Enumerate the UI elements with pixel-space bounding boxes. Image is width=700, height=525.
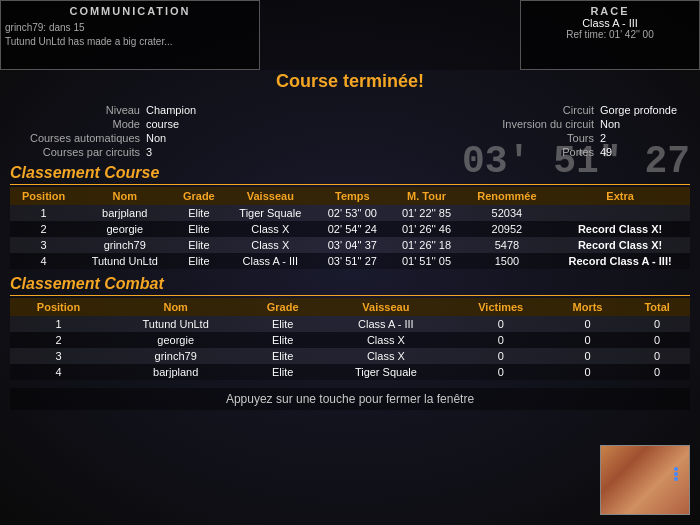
row3-temps: 03' 04'' 37 xyxy=(315,237,389,253)
row2-grade: Elite xyxy=(172,221,225,237)
courses-auto-label: Courses automatiques xyxy=(20,132,140,144)
race-panel: RACE Class A - III Ref time: 01' 42'' 00 xyxy=(520,0,700,70)
crow2-victimes: 0 xyxy=(451,332,551,348)
comm-title: COMMUNICATION xyxy=(5,5,255,17)
combat-col-vaisseau: Vaisseau xyxy=(321,298,451,316)
crow4-vaisseau: Tiger Squale xyxy=(321,364,451,380)
main-content: Course terminée! Niveau Champion Mode co… xyxy=(10,65,690,410)
row1-nom: barjpland xyxy=(77,205,172,221)
row4-pos: 4 xyxy=(10,253,77,269)
course-section-title: Classement Course xyxy=(10,164,690,185)
row1-grade: Elite xyxy=(172,205,225,221)
inversion-label: Inversion du circuit xyxy=(474,118,594,130)
combat-table-body: 1 Tutund UnLtd Elite Class A - III 0 0 0… xyxy=(10,316,690,380)
row2-extra: Record Class X! xyxy=(550,221,690,237)
table-row: 3 grinch79 Elite Class X 03' 04'' 37 01'… xyxy=(10,237,690,253)
crow3-grade: Elite xyxy=(244,348,321,364)
combat-header-row: Position Nom Grade Vaisseau Victimes Mor… xyxy=(10,298,690,316)
race-class: Class A - III xyxy=(525,17,695,29)
row3-vaisseau: Class X xyxy=(225,237,315,253)
course-header-row: Position Nom Grade Vaisseau Temps M. Tou… xyxy=(10,187,690,205)
course-col-grade: Grade xyxy=(172,187,225,205)
portes-value: 49 xyxy=(600,146,680,158)
courses-circuits-value: 3 xyxy=(146,146,226,158)
row3-pos: 3 xyxy=(10,237,77,253)
row3-grade: Elite xyxy=(172,237,225,253)
info-niveau: Niveau Champion xyxy=(20,104,226,116)
info-right: Circuit Gorge profonde Inversion du circ… xyxy=(474,104,680,158)
crow2-nom: georgie xyxy=(107,332,244,348)
combat-col-morts: Morts xyxy=(551,298,625,316)
row3-mtour: 01' 26'' 18 xyxy=(389,237,463,253)
combat-col-total: Total xyxy=(624,298,690,316)
crow2-vaisseau: Class X xyxy=(321,332,451,348)
race-complete-header: Course terminée! xyxy=(10,65,690,98)
row2-temps: 02' 54'' 24 xyxy=(315,221,389,237)
crow4-morts: 0 xyxy=(551,364,625,380)
info-courses-auto: Courses automatiques Non xyxy=(20,132,226,144)
crow3-vaisseau: Class X xyxy=(321,348,451,364)
combat-table: Position Nom Grade Vaisseau Victimes Mor… xyxy=(10,298,690,380)
course-table: Position Nom Grade Vaisseau Temps M. Tou… xyxy=(10,187,690,269)
mode-value: course xyxy=(146,118,226,130)
row4-mtour: 01' 51'' 05 xyxy=(389,253,463,269)
niveau-value: Champion xyxy=(146,104,226,116)
circuit-label: Circuit xyxy=(474,104,594,116)
info-section: Niveau Champion Mode course Courses auto… xyxy=(10,104,690,158)
circuit-value: Gorge profonde xyxy=(600,104,680,116)
crow1-total: 0 xyxy=(624,316,690,332)
mode-label: Mode xyxy=(20,118,140,130)
row1-extra xyxy=(550,205,690,221)
combat-col-victimes: Victimes xyxy=(451,298,551,316)
row1-mtour: 01' 22'' 85 xyxy=(389,205,463,221)
top-spacer xyxy=(260,0,520,70)
crow4-nom: barjpland xyxy=(107,364,244,380)
info-tours: Tours 2 xyxy=(474,132,680,144)
minimap-dot xyxy=(674,472,678,476)
row1-vaisseau: Tiger Squale xyxy=(225,205,315,221)
course-col-nom: Nom xyxy=(77,187,172,205)
info-courses-circuits: Courses par circuits 3 xyxy=(20,146,226,158)
crow3-morts: 0 xyxy=(551,348,625,364)
crow1-vaisseau: Class A - III xyxy=(321,316,451,332)
table-row: 4 barjpland Elite Tiger Squale 0 0 0 xyxy=(10,364,690,380)
combat-section-title: Classement Combat xyxy=(10,275,690,296)
course-table-header: Position Nom Grade Vaisseau Temps M. Tou… xyxy=(10,187,690,205)
info-portes: Portes 49 xyxy=(474,146,680,158)
crow2-grade: Elite xyxy=(244,332,321,348)
combat-col-position: Position xyxy=(10,298,107,316)
info-mode: Mode course xyxy=(20,118,226,130)
minimap-dot xyxy=(674,467,678,471)
row2-renommee: 20952 xyxy=(464,221,551,237)
row3-renommee: 5478 xyxy=(464,237,551,253)
row4-temps: 03' 51'' 27 xyxy=(315,253,389,269)
course-col-extra: Extra xyxy=(550,187,690,205)
crow4-grade: Elite xyxy=(244,364,321,380)
crow1-nom: Tutund UnLtd xyxy=(107,316,244,332)
table-row: 4 Tutund UnLtd Elite Class A - III 03' 5… xyxy=(10,253,690,269)
row4-grade: Elite xyxy=(172,253,225,269)
communication-panel: COMMUNICATION grinch79: dans 15 Tutund U… xyxy=(0,0,260,70)
crow3-victimes: 0 xyxy=(451,348,551,364)
crow2-morts: 0 xyxy=(551,332,625,348)
row1-pos: 1 xyxy=(10,205,77,221)
course-col-vaisseau: Vaisseau xyxy=(225,187,315,205)
race-complete-title: Course terminée! xyxy=(10,71,690,92)
portes-label: Portes xyxy=(474,146,594,158)
crow3-pos: 3 xyxy=(10,348,107,364)
minimap xyxy=(600,445,690,515)
course-col-mtour: M. Tour xyxy=(389,187,463,205)
row1-temps: 02' 53'' 00 xyxy=(315,205,389,221)
courses-circuits-label: Courses par circuits xyxy=(20,146,140,158)
row2-vaisseau: Class X xyxy=(225,221,315,237)
comm-message-1: grinch79: dans 15 xyxy=(5,21,255,35)
minimap-dots xyxy=(673,466,679,482)
footer-text[interactable]: Appuyez sur une touche pour fermer la fe… xyxy=(10,388,690,410)
crow2-total: 0 xyxy=(624,332,690,348)
race-title: RACE xyxy=(525,5,695,17)
course-col-renommee: Renommée xyxy=(464,187,551,205)
race-ref-time: Ref time: 01' 42'' 00 xyxy=(525,29,695,40)
course-col-position: Position xyxy=(10,187,77,205)
combat-col-nom: Nom xyxy=(107,298,244,316)
row4-nom: Tutund UnLtd xyxy=(77,253,172,269)
